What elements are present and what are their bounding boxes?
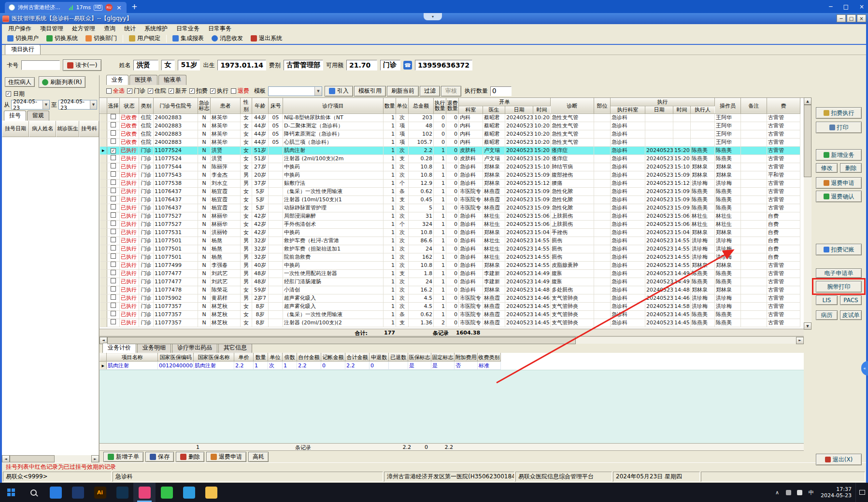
grid-row[interactable]: ▸✓已执行门诊11077524N洪贤女51岁肌肉注射1次2.210皮肤科卢文瑞2… xyxy=(100,146,800,154)
filter-checkbox[interactable]: ✓住院 xyxy=(148,87,166,95)
chevron-down-icon[interactable]: ▼ xyxy=(314,87,322,96)
col-exec-date[interactable]: 日期 xyxy=(645,106,673,113)
toolbar-button[interactable]: 退出系统 xyxy=(247,33,285,43)
select-cell[interactable] xyxy=(107,237,120,245)
menu-item[interactable]: 系统维护 xyxy=(140,24,172,33)
ime-indicator[interactable]: 中 xyxy=(805,489,817,496)
grid-row[interactable]: 已执行门诊11077357N林芝秋女8岁注射器 (20ml/100支)(21支1… xyxy=(100,319,800,327)
row-checkbox[interactable] xyxy=(111,319,116,324)
select-cell[interactable] xyxy=(107,310,120,319)
row-checkbox[interactable] xyxy=(111,212,116,218)
grid-hscrollbar[interactable]: ◄ ► xyxy=(100,336,804,344)
minimize-button[interactable]: ─ xyxy=(837,14,846,22)
tab-detail[interactable]: 其它信息 xyxy=(218,343,252,353)
card-number-input[interactable] xyxy=(21,60,60,70)
col-amount[interactable]: 总金额 xyxy=(409,98,434,113)
detail-col-header[interactable]: 合计金额 xyxy=(345,353,370,362)
toolbar-button[interactable]: 切换用户 xyxy=(4,33,42,43)
detail-col-header[interactable]: 自付金额 xyxy=(297,353,321,362)
taskbar-app-mail-app-icon[interactable] xyxy=(67,483,89,502)
menu-item[interactable]: 统计 xyxy=(120,24,140,33)
select-cell[interactable] xyxy=(107,187,120,195)
tab-close-icon[interactable]: × xyxy=(115,4,123,11)
grid-row[interactable]: 已执行门诊11077543N李金杰男20岁中换药1次10.810急诊科郑林泉20… xyxy=(100,171,800,179)
grid-row[interactable]: 已执行门诊11077477N刘武艺男48岁一次性使用配药注射器1支1.810急诊… xyxy=(100,269,800,278)
row-checkbox[interactable] xyxy=(111,237,116,242)
col-visit-id[interactable]: 门诊号住院号 xyxy=(154,98,198,113)
col-item[interactable]: 诊疗项目 xyxy=(283,98,384,113)
grid-row[interactable]: 已执行门诊11077477N刘武艺男48岁经肛门清肠灌肠1次2410急诊科李建新… xyxy=(100,278,800,286)
col-order-time[interactable]: 时间 xyxy=(533,106,551,113)
taskbar-app-telegram-icon[interactable] xyxy=(178,483,200,502)
filter-checkbox[interactable]: ✓门诊 xyxy=(127,87,145,95)
remote-toolbar-dropdown[interactable]: ▾ xyxy=(424,13,442,20)
row-checkbox[interactable] xyxy=(111,204,116,209)
filter-button[interactable]: 刷新当前 xyxy=(387,86,419,97)
grid-row[interactable]: 已收费住院24002883N林英华女44岁05N端-B型钠尿肽前体（NT1次20… xyxy=(100,113,800,122)
col-operator[interactable]: 操作员 xyxy=(715,98,741,113)
col-diagnosis[interactable]: 诊断 xyxy=(551,98,594,113)
remote-session-tab[interactable]: 漳州古雷港经济... 17ms HD RU × xyxy=(5,2,127,13)
menu-item[interactable]: 日常业务 xyxy=(172,24,204,33)
select-cell[interactable] xyxy=(107,138,120,146)
menu-item[interactable]: 项目管理 xyxy=(36,24,68,33)
menu-item[interactable]: 查询 xyxy=(100,24,120,33)
menu-item[interactable]: 日常事务 xyxy=(204,24,236,33)
grid-row[interactable]: 已执行门诊11076437N杨宜霞女5岁注射器 (10ml/150支)(11支0… xyxy=(100,195,800,204)
tab-detail[interactable]: 诊疗带出药品 xyxy=(172,343,217,353)
grid-row[interactable]: 已执行门诊11077501N杨熬男32岁救护车费（担架抬送加11次2410急诊科… xyxy=(100,245,800,253)
date-from-select[interactable]: 2024-05-23▼ xyxy=(11,100,50,110)
grid-row[interactable]: 已执行门诊11077501N杨熬男32岁救护车费（杜浔-古雷港1次86.610急… xyxy=(100,237,800,245)
tab-detail[interactable]: 业务明细 xyxy=(137,343,171,353)
col-patient[interactable]: 患者 xyxy=(211,98,241,113)
filter-button[interactable]: 过滤 xyxy=(420,86,440,97)
col-order-date[interactable]: 日期 xyxy=(505,106,533,113)
col-exec-time[interactable]: 时间 xyxy=(673,106,691,113)
taskbar-app-his-client-icon[interactable] xyxy=(133,483,156,502)
select-cell[interactable] xyxy=(107,302,120,310)
select-cell[interactable] xyxy=(107,286,120,294)
lis-button[interactable]: LIS xyxy=(816,295,838,305)
select-cell[interactable] xyxy=(107,171,120,179)
col-fee[interactable]: 费 xyxy=(767,98,800,113)
exit-button[interactable]: 退出(X) xyxy=(816,454,862,465)
toolbar-button[interactable]: 切换部门 xyxy=(82,33,120,43)
col-exec-dept[interactable]: 执行科室 xyxy=(611,106,645,113)
row-checkbox[interactable] xyxy=(111,221,116,226)
grid-row[interactable]: 已执行门诊11077478N陈荣花女59岁小清创1次16.210急诊科郑林泉20… xyxy=(100,286,800,294)
select-cell[interactable] xyxy=(107,113,120,122)
tab-detail[interactable]: 业务计价 xyxy=(102,343,136,353)
e-request-button[interactable]: 电子申请单 xyxy=(816,268,862,278)
select-cell[interactable] xyxy=(107,261,120,269)
detail-action-button[interactable]: 新增子单 xyxy=(103,452,143,462)
notification-center-button[interactable] xyxy=(855,483,868,502)
select-cell[interactable] xyxy=(107,228,120,237)
chevron-down-icon[interactable]: ▼ xyxy=(90,100,97,109)
close-button[interactable]: × xyxy=(857,14,866,22)
client-maximize-button[interactable]: □ xyxy=(843,3,849,10)
refund-request-button[interactable]: 退费申请 xyxy=(816,177,862,189)
taskbar-app-edge-browser-icon[interactable] xyxy=(44,483,67,502)
row-checkbox[interactable] xyxy=(111,229,116,234)
grid-row[interactable]: 已收费住院24002883N林英华女44岁05心肌三项（急诊科）1项105.70… xyxy=(100,138,800,146)
row-checkbox[interactable] xyxy=(111,253,116,259)
filter-checkbox[interactable]: 退费 xyxy=(231,87,249,95)
grid-row[interactable]: 已执行门诊11077499N李强春男40岁中换药1次10.810急诊科郑林泉20… xyxy=(100,261,800,269)
skin-test-button[interactable]: 皮试单 xyxy=(840,310,862,320)
detail-col-header[interactable]: 医保标志 xyxy=(408,353,431,362)
grid-row[interactable]: 已收费住院24002883N林英华女44岁05降钙素原测定（急诊科）1项1020… xyxy=(100,130,800,138)
row-checkbox[interactable]: ✓ xyxy=(111,148,116,153)
date-filter-checkbox[interactable]: ✓ xyxy=(6,91,11,97)
grid-row[interactable]: 已执行门诊11077527N林丽华女42岁手外伤清创术1个32410急诊科林壮生… xyxy=(100,220,800,228)
deduct-execute-button[interactable]: 扣费执行 xyxy=(816,107,862,119)
detail-action-button[interactable]: 保存 xyxy=(145,452,174,462)
scroll-down-icon[interactable]: ▼ xyxy=(804,322,811,330)
row-checkbox[interactable] xyxy=(111,180,116,185)
grid-row[interactable]: 已执行门诊11077538N刘水立男37岁贴敷疗法1个12.910急诊科郑林泉2… xyxy=(100,179,800,187)
select-cell[interactable] xyxy=(107,269,120,278)
row-checkbox[interactable] xyxy=(111,171,116,177)
scroll-left-icon[interactable]: ◄ xyxy=(2,455,10,462)
detail-col-header[interactable]: 记帐金额 xyxy=(321,353,345,362)
grid-row[interactable]: 已执行门诊11077357N林芝秋女8岁超声雾化吸入1次4.510市医院专林燕霞… xyxy=(100,302,800,310)
modify-button[interactable]: 修改 xyxy=(816,163,838,173)
